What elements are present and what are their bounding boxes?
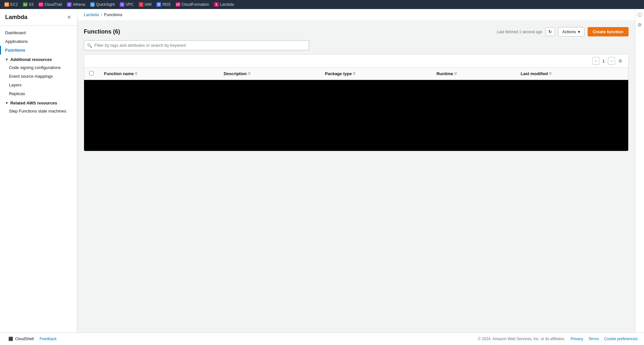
- copyright-text: © 2024, Amazon Web Services, Inc. or its…: [478, 337, 565, 341]
- cloudshell-button[interactable]: ⬛ CloudShell: [6, 336, 36, 342]
- chevron-down-icon: ▼: [5, 58, 8, 61]
- sort-description-icon[interactable]: ▽: [248, 72, 251, 75]
- nav-item-vpc[interactable]: V VPC: [118, 2, 136, 7]
- sidebar-title: Lambda: [5, 14, 27, 21]
- nav-item-cloudtrail[interactable]: CT CloudTrail: [37, 2, 64, 7]
- functions-count: (6): [113, 28, 120, 35]
- ec2-icon: EC: [5, 2, 9, 7]
- nav-item-athena[interactable]: A Athena: [65, 2, 87, 7]
- nav-item-ec2[interactable]: EC EC2: [3, 2, 20, 7]
- sidebar-item-functions[interactable]: Functions: [0, 46, 77, 54]
- breadcrumb-separator: ›: [101, 12, 102, 17]
- nav-item-rds[interactable]: R RDS: [155, 2, 172, 7]
- functions-header-actions: Last fetched 1 second ago ↻ Actions ▾ Cr…: [497, 27, 629, 36]
- sidebar-item-step-functions[interactable]: Step Functions state machines: [0, 107, 77, 115]
- search-icon: 🔍: [87, 43, 92, 48]
- col-header-function-name: Function name ▽: [99, 68, 219, 80]
- athena-icon: A: [67, 2, 71, 7]
- sidebar-item-layers[interactable]: Layers: [0, 81, 77, 89]
- feedback-link[interactable]: Feedback: [40, 337, 57, 341]
- sort-function-name-icon[interactable]: ▽: [135, 72, 137, 75]
- table-header-row: Function name ▽ Description ▽: [84, 68, 628, 80]
- nav-item-lambda[interactable]: λ Lambda: [212, 2, 236, 7]
- lambda-icon: λ: [214, 2, 219, 7]
- create-function-button[interactable]: Create function: [588, 27, 629, 36]
- sidebar-item-replicas[interactable]: Replicas: [0, 89, 77, 98]
- table-settings-button[interactable]: ⚙: [618, 58, 623, 64]
- sidebar-section-label-additional: Additional resources: [10, 57, 52, 62]
- sort-package-type-icon[interactable]: ▽: [353, 72, 355, 75]
- topbar: EC EC2 S3 S3 CT CloudTrail A Athena Q Qu…: [0, 0, 644, 9]
- functions-title: Functions (6): [84, 28, 120, 35]
- col-header-description: Description ▽: [219, 68, 320, 80]
- nav-label-s3: S3: [29, 2, 33, 7]
- terms-link[interactable]: Terms: [588, 337, 599, 341]
- s3-icon: S3: [23, 2, 27, 7]
- sidebar-section-additional-resources[interactable]: ▼ Additional resources: [0, 54, 77, 63]
- functions-header: Functions (6) Last fetched 1 second ago …: [84, 27, 629, 36]
- sidebar: Lambda ✕ Dashboard Applications Function…: [0, 9, 77, 345]
- nav-item-s3[interactable]: S3 S3: [21, 2, 35, 7]
- nav-item-quicksight[interactable]: Q QuickSight: [88, 2, 117, 7]
- col-header-package-type: Package type ▽: [320, 68, 431, 80]
- nav-item-cloudformation[interactable]: CF CloudFormation: [174, 2, 211, 7]
- nav-label-vpc: VPC: [126, 2, 134, 7]
- cloudformation-icon: CF: [176, 2, 180, 7]
- cookie-link[interactable]: Cookie preferences: [604, 337, 638, 341]
- sidebar-item-applications[interactable]: Applications: [0, 37, 77, 46]
- cloudtrail-icon: CT: [39, 2, 43, 7]
- search-input[interactable]: [84, 40, 309, 50]
- search-bar-container: 🔍: [84, 40, 629, 50]
- footer-right: © 2024, Amazon Web Services, Inc. or its…: [478, 337, 638, 341]
- right-panel: ⓘ ⚙: [635, 9, 644, 345]
- functions-title-group: Functions (6): [84, 28, 120, 35]
- sidebar-section-related-aws[interactable]: ▼ Related AWS resources: [0, 98, 77, 107]
- breadcrumb-lambda-link[interactable]: Lambda: [84, 12, 99, 17]
- main-content: Lambda › Functions Functions (6) Last fe…: [77, 9, 635, 345]
- functions-table: Function name ▽ Description ▽: [84, 68, 628, 80]
- actions-label: Actions: [562, 29, 576, 34]
- sidebar-header: Lambda ✕: [0, 9, 77, 26]
- sort-runtime-icon[interactable]: ▽: [454, 72, 457, 75]
- refresh-button[interactable]: ↻: [545, 27, 555, 36]
- sidebar-item-code-signing[interactable]: Code signing configurations: [0, 63, 77, 72]
- nav-label-iam: IAM: [145, 2, 151, 7]
- quicksight-icon: Q: [90, 2, 95, 7]
- nav-label-ec2: EC2: [10, 2, 18, 7]
- sidebar-item-event-source[interactable]: Event source mappings: [0, 72, 77, 81]
- terminal-icon: ⬛: [8, 337, 13, 341]
- redacted-table-data: [84, 80, 628, 151]
- col-header-last-modified: Last modified ▽: [516, 68, 628, 80]
- right-panel-icon-2[interactable]: ⚙: [636, 21, 643, 28]
- chevron-down-icon-related: ▼: [5, 101, 8, 105]
- sidebar-item-dashboard[interactable]: Dashboard: [0, 28, 77, 37]
- vpc-icon: V: [120, 2, 124, 7]
- sidebar-section-label-related: Related AWS resources: [10, 101, 57, 105]
- next-page-button[interactable]: ›: [608, 57, 615, 65]
- footer-left: ⬛ CloudShell Feedback: [6, 336, 57, 342]
- cloudshell-label: CloudShell: [15, 337, 34, 341]
- actions-chevron-icon: ▾: [578, 29, 580, 34]
- footer: ⬛ CloudShell Feedback © 2024, Amazon Web…: [0, 332, 644, 345]
- nav-label-cloudtrail: CloudTrail: [44, 2, 62, 7]
- nav-label-athena: Athena: [73, 2, 85, 7]
- nav-label-quicksight: QuickSight: [96, 2, 115, 7]
- table-toolbar: ‹ 1 › ⚙: [84, 54, 628, 68]
- nav-label-lambda: Lambda: [220, 2, 234, 7]
- actions-button[interactable]: Actions ▾: [558, 27, 584, 36]
- sort-last-modified-icon[interactable]: ▽: [549, 72, 552, 75]
- select-all-checkbox[interactable]: [89, 71, 94, 75]
- refresh-icon: ↻: [548, 29, 552, 34]
- prev-page-button[interactable]: ‹: [592, 57, 599, 65]
- rds-icon: R: [156, 2, 161, 7]
- breadcrumb: Lambda › Functions: [77, 9, 635, 21]
- page-nav: ‹ 1 ›: [592, 57, 615, 65]
- privacy-link[interactable]: Privacy: [571, 337, 583, 341]
- page-number: 1: [601, 59, 607, 64]
- nav-item-iam[interactable]: I IAM: [137, 2, 153, 7]
- page-content: Functions (6) Last fetched 1 second ago …: [77, 21, 635, 158]
- right-panel-icon-1[interactable]: ⓘ: [636, 12, 643, 19]
- sidebar-close-button[interactable]: ✕: [66, 14, 72, 21]
- last-fetched-text: Last fetched 1 second ago: [497, 30, 542, 34]
- nav-label-cloudformation: CloudFormation: [182, 2, 209, 7]
